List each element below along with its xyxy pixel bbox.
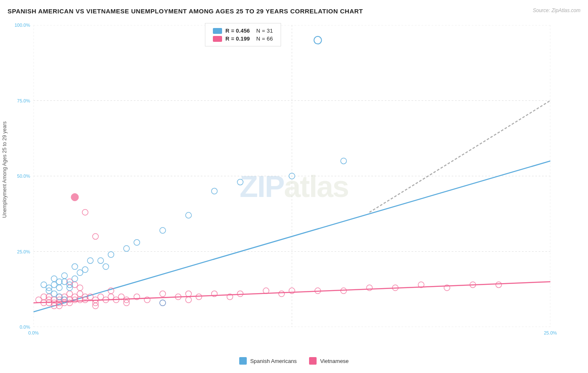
- bottom-swatch-vietnamese: [309, 357, 317, 365]
- svg-point-86: [72, 276, 78, 281]
- svg-point-65: [82, 209, 88, 215]
- svg-point-78: [51, 282, 57, 288]
- y-tick-25: 25.0%: [17, 249, 30, 254]
- svg-point-87: [77, 270, 83, 276]
- svg-point-27: [67, 291, 73, 297]
- svg-point-95: [160, 227, 166, 233]
- svg-line-9: [369, 101, 550, 212]
- svg-point-59: [366, 285, 372, 291]
- svg-point-85: [72, 264, 78, 270]
- svg-point-89: [87, 258, 93, 263]
- bottom-legend: Spanish Americans Vietnamese: [0, 357, 588, 365]
- svg-point-77: [51, 276, 57, 281]
- svg-point-47: [160, 291, 166, 297]
- svg-point-81: [61, 273, 67, 278]
- svg-point-64: [496, 282, 501, 288]
- bottom-swatch-spanish: [239, 357, 247, 365]
- chart-title: SPANISH AMERICAN VS VIETNAMESE UNEMPLOYM…: [8, 8, 363, 15]
- y-axis-label: Unemployment Among Ages 25 to 29 years: [0, 25, 9, 327]
- svg-point-97: [212, 188, 217, 194]
- svg-point-41: [108, 294, 114, 300]
- svg-point-92: [108, 252, 114, 258]
- x-tick-25: 25.0%: [544, 330, 557, 335]
- svg-point-49: [186, 291, 192, 297]
- svg-point-75: [41, 282, 47, 288]
- svg-point-56: [289, 288, 295, 294]
- svg-point-50: [196, 294, 202, 300]
- svg-point-11: [36, 297, 41, 303]
- svg-point-74: [186, 297, 192, 303]
- svg-point-107: [71, 194, 79, 201]
- main-chart-svg: [33, 25, 550, 327]
- y-tick-0: 0.0%: [20, 324, 30, 330]
- svg-point-90: [98, 258, 104, 263]
- svg-point-93: [123, 245, 129, 251]
- chart-container: SPANISH AMERICAN VS VIETNAMESE UNEMPLOYM…: [0, 0, 588, 373]
- x-tick-0: 0.0%: [28, 330, 38, 335]
- svg-point-99: [289, 173, 295, 179]
- svg-point-105: [160, 300, 166, 306]
- svg-point-106: [314, 36, 322, 44]
- svg-point-66: [92, 233, 98, 239]
- bottom-label-spanish: Spanish Americans: [250, 358, 297, 364]
- bottom-legend-spanish: Spanish Americans: [239, 357, 297, 365]
- svg-point-55: [279, 291, 284, 297]
- svg-point-104: [341, 158, 347, 164]
- bottom-label-vietnamese: Vietnamese: [320, 358, 348, 364]
- svg-point-88: [82, 267, 88, 273]
- y-tick-50: 50.0%: [17, 174, 30, 179]
- svg-point-94: [134, 240, 140, 245]
- svg-point-101: [51, 291, 57, 297]
- svg-point-98: [237, 179, 243, 185]
- y-tick-75: 75.0%: [17, 98, 30, 103]
- svg-point-39: [98, 294, 104, 300]
- svg-point-91: [103, 264, 109, 270]
- svg-point-80: [56, 285, 62, 291]
- y-tick-100: 100.0%: [15, 23, 30, 28]
- svg-point-96: [186, 212, 192, 218]
- svg-point-69: [77, 285, 83, 291]
- bottom-legend-vietnamese: Vietnamese: [309, 357, 348, 365]
- source-label: Source: ZipAtlas.com: [533, 8, 580, 13]
- svg-line-8: [33, 161, 550, 312]
- svg-point-32: [77, 291, 83, 297]
